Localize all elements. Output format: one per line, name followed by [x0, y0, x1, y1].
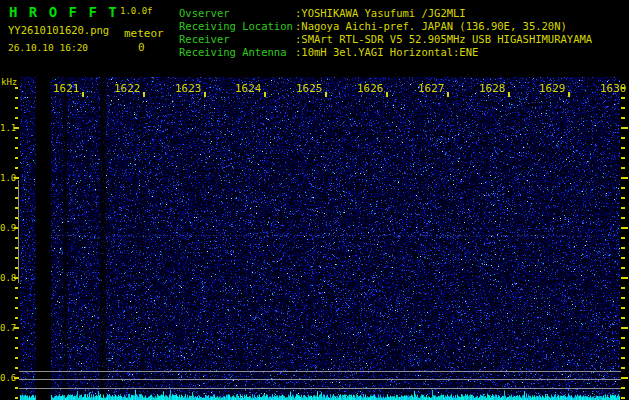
x-tick-mark: [204, 92, 206, 97]
timestamp: 26.10.10 16:20: [8, 42, 88, 53]
station-info: Ovserver:YOSHIKAWA Yasufumi /JG2MLI Rece…: [179, 7, 592, 59]
y-minor-tick: [15, 117, 18, 119]
left-edge-marker-line: [18, 180, 19, 283]
y-minor-tick-right: [621, 387, 625, 389]
y-tick-mark: [14, 127, 19, 129]
y-tick-label: 1.1: [0, 123, 15, 133]
receiver-label: Receiver: [179, 33, 295, 46]
y-minor-tick-right: [621, 107, 625, 109]
y-tick-mark-right: [621, 127, 628, 129]
y-tick-label: 0.9: [0, 223, 15, 233]
y-minor-tick: [15, 87, 18, 89]
y-minor-tick-right: [621, 297, 625, 299]
spectrogram-canvas: [20, 77, 620, 400]
x-tick-label: 1626: [357, 82, 384, 95]
y-minor-tick: [15, 367, 18, 369]
y-minor-tick: [15, 387, 18, 389]
y-minor-tick: [15, 147, 18, 149]
x-tick-label: 1629: [539, 82, 566, 95]
reference-line-lower: [19, 388, 621, 389]
location-value: :Nagoya Aichi-pref. JAPAN (136.90E, 35.2…: [295, 20, 567, 32]
y-minor-tick: [15, 97, 18, 99]
observer-label: Ovserver: [179, 7, 295, 20]
y-minor-tick: [15, 337, 18, 339]
y-tick-mark: [14, 177, 19, 179]
y-tick-label: 1.0: [0, 173, 15, 183]
y-minor-tick-right: [621, 237, 625, 239]
y-minor-tick: [15, 137, 18, 139]
y-minor-tick-right: [621, 117, 625, 119]
y-minor-tick-right: [621, 157, 625, 159]
y-tick-label: 0.6: [0, 373, 15, 383]
x-tick-label: 1625: [296, 82, 323, 95]
meteor-count: 0: [138, 41, 145, 54]
y-tick-mark-right: [621, 177, 628, 179]
hrofft-window: H R O F F T 1.0.0f YY2610101620.png mete…: [0, 0, 629, 400]
x-tick-mark: [264, 92, 266, 97]
app-version: 1.0.0f: [120, 6, 153, 16]
y-minor-tick-right: [621, 137, 625, 139]
y-minor-tick-right: [621, 97, 625, 99]
y-minor-tick: [15, 307, 18, 309]
y-minor-tick-right: [621, 307, 625, 309]
x-tick-label: 1623: [175, 82, 202, 95]
y-minor-tick-right: [621, 287, 625, 289]
reference-line-middle: [19, 379, 621, 380]
station-row-receiver: Receiver:SMArt RTL-SDR V5 52.905MHz USB …: [179, 33, 592, 46]
y-tick-label: 0.8: [0, 273, 15, 283]
y-minor-tick: [15, 107, 18, 109]
y-minor-tick: [15, 297, 18, 299]
y-tick-mark-right: [621, 227, 628, 229]
y-minor-tick-right: [621, 357, 625, 359]
location-label: Receiving Location: [179, 20, 295, 33]
x-tick-label: 1624: [235, 82, 262, 95]
x-tick-label: 1621: [53, 82, 80, 95]
x-tick-mark: [508, 92, 510, 97]
x-tick-mark: [82, 92, 84, 97]
y-minor-tick-right: [621, 267, 625, 269]
x-tick-label: 1628: [479, 82, 506, 95]
x-tick-mark: [325, 92, 327, 97]
y-minor-tick: [15, 397, 18, 399]
x-tick-label: 1622: [114, 82, 141, 95]
y-minor-tick-right: [621, 367, 625, 369]
observer-value: :YOSHIKAWA Yasufumi /JG2MLI: [295, 7, 466, 19]
x-tick-mark: [447, 92, 449, 97]
x-tick-mark: [143, 92, 145, 97]
antenna-label: Receiving Antenna: [179, 46, 295, 59]
y-axis-unit: kHz: [1, 77, 17, 87]
antenna-value: :10mH 3el.YAGI Horizontal:ENE: [295, 46, 478, 58]
y-minor-tick-right: [621, 187, 625, 189]
mode-label: meteor: [124, 27, 164, 40]
y-minor-tick-right: [621, 197, 625, 199]
y-minor-tick: [15, 287, 18, 289]
station-row-location: Receiving Location:Nagoya Aichi-pref. JA…: [179, 20, 592, 33]
x-tick-label: 1627: [418, 82, 445, 95]
y-tick-mark-right: [621, 277, 628, 279]
y-tick-mark-right: [621, 377, 628, 379]
y-minor-tick-right: [621, 167, 625, 169]
y-minor-tick-right: [621, 147, 625, 149]
y-minor-tick-right: [621, 397, 625, 399]
y-minor-tick: [15, 357, 18, 359]
y-tick-mark: [14, 327, 19, 329]
output-filename: YY2610101620.png: [8, 24, 109, 36]
y-minor-tick: [15, 317, 18, 319]
y-minor-tick: [15, 167, 18, 169]
y-tick-mark-right: [621, 327, 628, 329]
y-minor-tick-right: [621, 317, 625, 319]
reference-line-upper: [19, 371, 621, 372]
y-minor-tick-right: [621, 347, 625, 349]
y-minor-tick-right: [621, 87, 625, 89]
y-minor-tick: [15, 157, 18, 159]
y-minor-tick-right: [621, 247, 625, 249]
y-minor-tick-right: [621, 257, 625, 259]
x-tick-mark: [386, 92, 388, 97]
station-row-observer: Ovserver:YOSHIKAWA Yasufumi /JG2MLI: [179, 7, 592, 20]
app-title: H R O F F T: [9, 4, 118, 20]
y-minor-tick-right: [621, 207, 625, 209]
x-tick-mark: [568, 92, 570, 97]
y-minor-tick-right: [621, 337, 625, 339]
y-minor-tick-right: [621, 217, 625, 219]
receiver-value: :SMArt RTL-SDR V5 52.905MHz USB HIGASHIM…: [295, 33, 592, 45]
